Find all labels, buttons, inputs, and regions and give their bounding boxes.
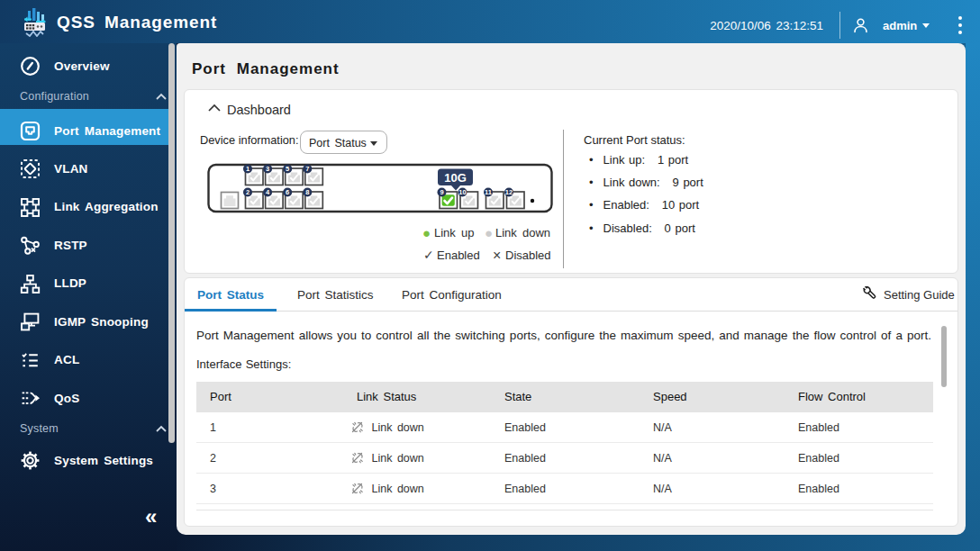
svg-text:6: 6 xyxy=(286,188,289,196)
svg-text:10G: 10G xyxy=(444,171,467,185)
svg-text:10: 10 xyxy=(458,188,466,196)
svg-text:1: 1 xyxy=(246,165,250,173)
svg-text:8: 8 xyxy=(305,188,309,196)
svg-text:5: 5 xyxy=(286,165,289,173)
svg-text:7: 7 xyxy=(305,165,309,173)
svg-text:11: 11 xyxy=(485,188,492,196)
svg-text:2: 2 xyxy=(246,188,250,196)
svg-text:9: 9 xyxy=(440,188,443,196)
svg-text:3: 3 xyxy=(266,165,269,173)
svg-text:12: 12 xyxy=(505,188,513,196)
